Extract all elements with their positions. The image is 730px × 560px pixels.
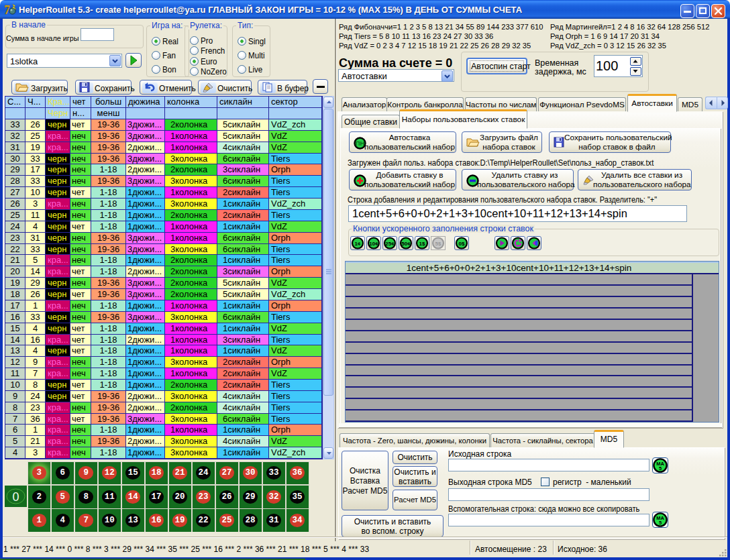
svg-text:5: 5 xyxy=(659,465,662,471)
svg-text:5: 5 xyxy=(659,520,662,526)
svg-text:10¢: 10¢ xyxy=(369,241,378,247)
svg-text:0$: 0$ xyxy=(459,241,465,247)
svg-text:7: 7 xyxy=(5,3,10,15)
svg-text:0: 0 xyxy=(12,490,19,504)
svg-text:5$: 5$ xyxy=(435,241,441,247)
svg-text:1¢: 1¢ xyxy=(355,241,361,247)
svg-text:25¢: 25¢ xyxy=(385,241,395,247)
svg-text:1$: 1$ xyxy=(419,241,425,247)
svg-text:ПН: ПН xyxy=(356,139,365,147)
svg-text:50¢: 50¢ xyxy=(401,241,411,247)
